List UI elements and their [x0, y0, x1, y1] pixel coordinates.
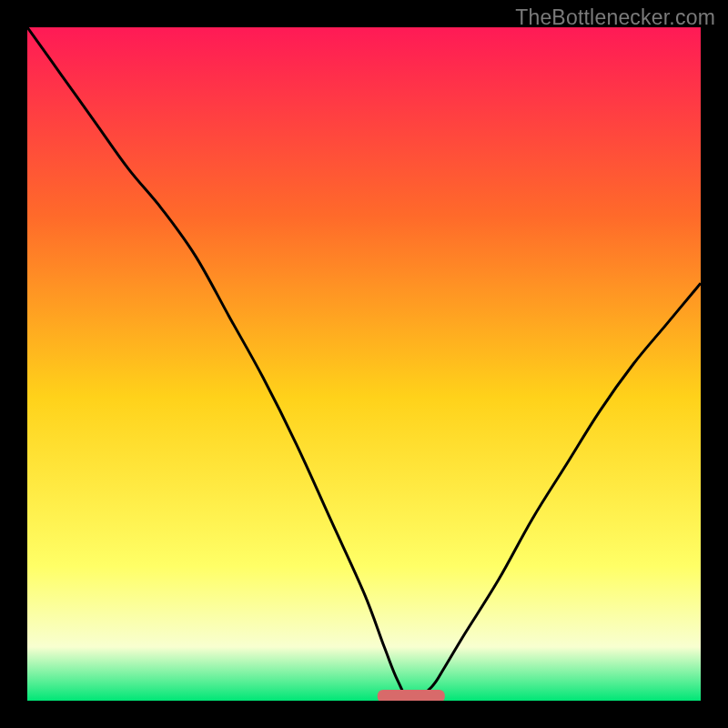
chart-frame: TheBottlenecker.com — [0, 0, 728, 728]
svg-rect-0 — [27, 27, 701, 701]
watermark-text: TheBottlenecker.com — [515, 5, 715, 30]
plot-area — [27, 27, 701, 701]
background-gradient — [27, 27, 701, 701]
